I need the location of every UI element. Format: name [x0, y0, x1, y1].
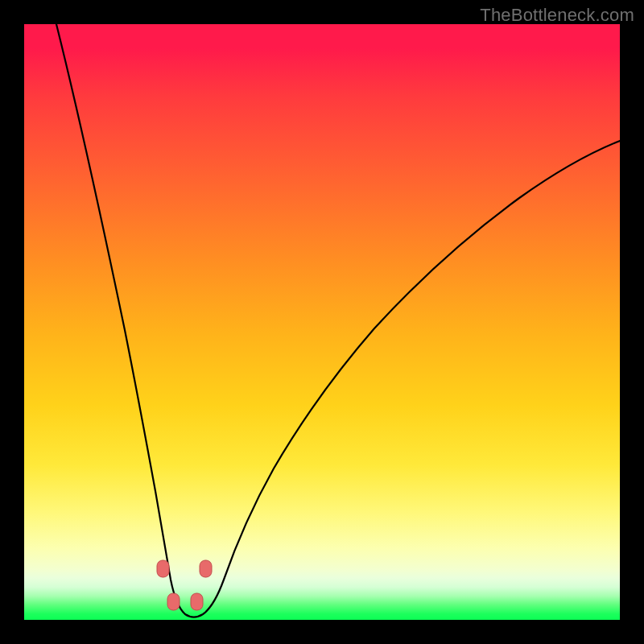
plot-area — [24, 24, 620, 620]
watermark-text: TheBottleneck.com — [480, 5, 634, 26]
chart-frame: TheBottleneck.com — [0, 0, 644, 644]
bottleneck-curve-layer — [24, 24, 620, 620]
curve-marker — [167, 593, 180, 610]
bottleneck-curve — [56, 24, 620, 617]
curve-marker — [191, 593, 203, 610]
curve-marker — [200, 560, 212, 577]
curve-marker — [157, 560, 169, 577]
curve-markers — [157, 560, 212, 610]
